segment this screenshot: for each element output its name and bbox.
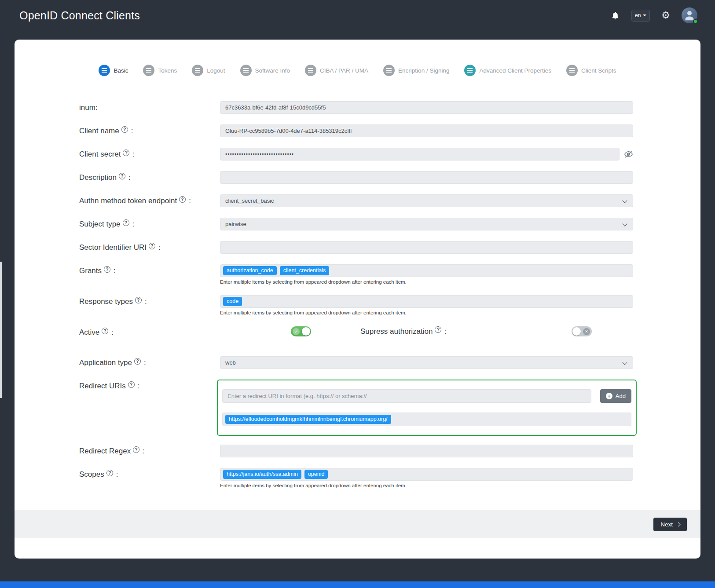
step-logout[interactable]: Logout [192,65,225,76]
scope-chip[interactable]: openid [304,470,328,479]
application-type-select[interactable]: web [220,356,633,369]
help-icon[interactable] [121,126,128,133]
settings-gear-icon[interactable]: ⚙ [661,11,670,20]
subject-type-select[interactable]: pairwise [220,218,633,230]
header-actions: en ⚙ [611,7,697,23]
redirect-uris-panel: Add https://efloodedcomholdmgmkfhhmmlnnb… [217,380,637,436]
response-types-label: Response types [79,297,133,306]
scope-chip[interactable]: https://jans.io/auth/ssa.admin [223,470,301,479]
client-secret-input[interactable] [220,148,620,161]
help-icon[interactable] [435,326,441,333]
field-row-description: Description : [79,171,633,184]
page-title: OpenID Connect Clients [19,9,140,22]
inum-input[interactable] [220,101,633,114]
field-row-subject-type: Subject type : pairwise [79,218,633,230]
scopes-helper-text: Enter multiple items by selecting from a… [220,483,633,488]
step-label: Encription / Signing [398,67,449,74]
form-footer: Next [15,510,700,538]
help-icon[interactable] [106,470,113,476]
chevron-right-icon [676,522,681,526]
help-icon[interactable] [123,219,129,226]
client-name-label: Client name [79,127,119,135]
grants-label: Grants [79,267,102,275]
grant-chip[interactable]: authorization_code [223,266,277,276]
authn-method-value: client_secret_basic [225,197,274,204]
toggle-knob [572,327,581,336]
subject-type-value: pairwise [225,221,246,227]
application-type-label: Application type [79,358,132,367]
grant-chip[interactable]: client_credentials [280,266,330,276]
scopes-input[interactable]: https://jans.io/auth/ssa.admin openid [220,468,633,481]
add-button-label: Add [616,393,626,399]
response-type-chip[interactable]: code [223,297,242,307]
client-form-card: Basic Tokens Logout Software Info CIBA /… [15,40,700,559]
help-icon[interactable] [133,446,139,453]
step-label: Basic [114,67,128,74]
step-client-scripts[interactable]: Client Scripts [566,65,616,76]
subject-type-label: Subject type [79,220,121,229]
eye-slash-icon[interactable] [624,150,633,159]
step-advanced-client-properties[interactable]: Advanced Client Properties [464,65,551,76]
scopes-label: Scopes [79,470,104,479]
supress-authorization-toggle[interactable] [572,326,592,336]
add-redirect-uri-button[interactable]: Add [600,389,631,403]
help-icon[interactable] [134,358,141,365]
sector-identifier-uri-input[interactable] [220,241,633,254]
x-icon [583,328,590,335]
client-form: inum: Client name : Client secret : [15,101,700,488]
sector-identifier-uri-label: Sector Identifier URI [79,243,147,252]
grants-helper-text: Enter multiple items by selecting from a… [220,279,633,285]
grants-input[interactable]: authorization_code client_credentials [220,264,633,277]
redirect-uris-label: Redirect URIs [79,382,126,391]
plus-icon [606,393,612,399]
active-toggle[interactable] [291,326,311,336]
step-basic[interactable]: Basic [99,65,128,76]
step-software-info[interactable]: Software Info [240,65,290,76]
caret-down-icon [643,15,646,16]
online-status-dot [693,19,698,24]
description-input[interactable] [220,171,633,184]
basic-step-icon [99,65,110,76]
check-icon [293,328,300,335]
application-type-value: web [225,359,236,366]
help-icon[interactable] [104,266,110,273]
redirect-uris-list[interactable]: https://efloodedcomholdmgmkfhhmmlnnbemgf… [222,413,631,426]
user-avatar[interactable] [682,7,697,23]
field-row-sector-identifier-uri: Sector Identifier URI : [79,241,633,254]
inum-label: inum: [79,103,98,112]
notifications-bell-icon[interactable] [611,11,620,20]
redirect-uri-input[interactable] [222,389,591,403]
step-encryption-signing[interactable]: Encription / Signing [383,65,449,76]
field-row-grants: Grants : authorization_code client_crede… [79,264,633,285]
redirect-uri-chip[interactable]: https://efloodedcomholdmgmkfhhmmlnnbemgf… [225,415,391,424]
sidebar-sliver [0,262,2,398]
field-row-client-name: Client name : [79,124,633,137]
field-row-redirect-regex: Redirect Regex : [79,445,633,457]
response-types-input[interactable]: code [220,295,633,308]
help-icon[interactable] [149,243,155,249]
next-button[interactable]: Next [653,518,687,531]
tokens-step-icon [143,65,154,76]
redirect-regex-input[interactable] [220,445,633,457]
logout-step-icon [192,65,203,76]
authn-method-select[interactable]: client_secret_basic [220,194,633,207]
client-scripts-step-icon [566,65,578,76]
help-icon[interactable] [179,196,186,203]
field-row-active: Active : Supress authorization : [79,326,633,337]
language-selector[interactable]: en [631,10,650,22]
help-icon[interactable] [102,328,108,334]
help-icon[interactable] [135,297,142,303]
bottom-accent-bar [0,581,715,588]
redirect-regex-label: Redirect Regex [79,447,131,456]
client-name-input[interactable] [220,124,633,137]
app-header: OpenID Connect Clients en ⚙ [0,0,715,31]
help-icon[interactable] [128,381,135,388]
help-icon[interactable] [119,173,125,179]
step-tokens[interactable]: Tokens [143,65,177,76]
next-button-label: Next [660,521,673,528]
help-icon[interactable] [123,150,129,156]
supress-authorization-label-group: Supress authorization : [360,327,447,336]
field-row-inum: inum: [79,101,633,114]
wizard-stepper: Basic Tokens Logout Software Info CIBA /… [15,64,700,77]
step-ciba-par-uma[interactable]: CIBA / PAR / UMA [305,65,368,76]
